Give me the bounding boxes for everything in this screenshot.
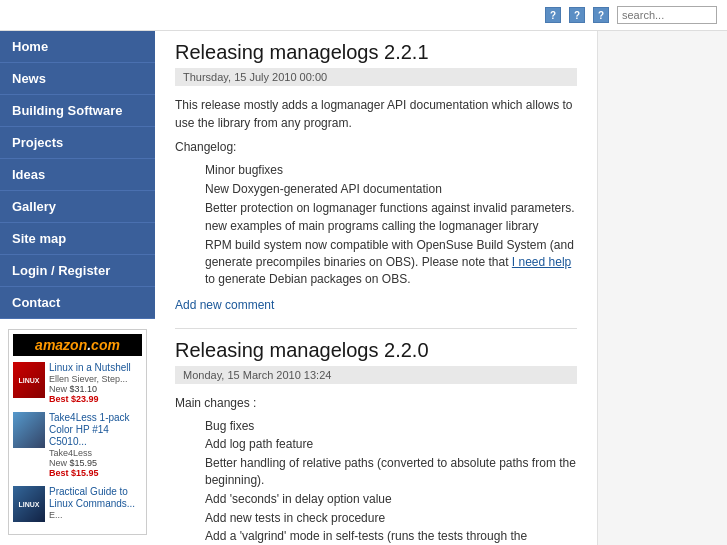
sidebar-item-sitemap[interactable]: Site map bbox=[0, 223, 155, 255]
product-title[interactable]: Linux in a Nutshell bbox=[49, 362, 142, 374]
amazon-box: amazon.com LINUX Linux in a Nutshell Ell… bbox=[8, 329, 147, 535]
sidebar-item-building-software[interactable]: Building Software bbox=[0, 95, 155, 127]
add-comment-link-1[interactable]: Add new comment bbox=[175, 298, 577, 312]
list-item: Better protection on logmanager function… bbox=[205, 200, 577, 217]
article-2: Releasing managelogs 2.2.0 Monday, 15 Ma… bbox=[175, 339, 577, 545]
list-item: Add log path feature bbox=[205, 436, 577, 453]
article-separator bbox=[175, 328, 577, 329]
article-date: Thursday, 15 July 2010 00:00 bbox=[175, 68, 577, 86]
sidebar: Home News Building Software Projects Ide… bbox=[0, 31, 155, 545]
icon-btn-1[interactable]: ? bbox=[545, 7, 561, 23]
product-thumb: LINUX bbox=[13, 362, 45, 398]
need-help-link[interactable]: I need help bbox=[512, 255, 571, 269]
product-new-price: New $31.10 bbox=[49, 384, 142, 394]
list-item: Minor bugfixes bbox=[205, 162, 577, 179]
article-title: Releasing managelogs 2.2.0 bbox=[175, 339, 577, 362]
changelog-list: Bug fixes Add log path feature Better ha… bbox=[175, 418, 577, 545]
product-author: Ellen Siever, Step... bbox=[49, 374, 142, 384]
article-title: Releasing managelogs 2.2.1 bbox=[175, 41, 577, 64]
changelog-list: Minor bugfixes New Doxygen-generated API… bbox=[175, 162, 577, 288]
product-item: Take4Less 1-pack Color HP #14 C5010... T… bbox=[13, 412, 142, 478]
list-item: new examples of main programs calling th… bbox=[205, 218, 577, 235]
sidebar-item-contact[interactable]: Contact bbox=[0, 287, 155, 319]
sidebar-item-login[interactable]: Login / Register bbox=[0, 255, 155, 287]
article-1: Releasing managelogs 2.2.1 Thursday, 15 … bbox=[175, 41, 577, 312]
product-author: Take4Less bbox=[49, 448, 142, 458]
icon-btn-2[interactable]: ? bbox=[569, 7, 585, 23]
product-new-price: New $15.95 bbox=[49, 458, 142, 468]
product-item: LINUX Linux in a Nutshell Ellen Siever, … bbox=[13, 362, 142, 404]
product-title[interactable]: Take4Less 1-pack Color HP #14 C5010... bbox=[49, 412, 142, 448]
top-bar: ? ? ? bbox=[0, 0, 727, 31]
sidebar-item-ideas[interactable]: Ideas bbox=[0, 159, 155, 191]
list-item: Add 'seconds' in delay option value bbox=[205, 491, 577, 508]
right-sidebar bbox=[597, 31, 727, 545]
sidebar-item-gallery[interactable]: Gallery bbox=[0, 191, 155, 223]
sidebar-item-news[interactable]: News bbox=[0, 63, 155, 95]
list-item: RPM build system now compatible with Ope… bbox=[205, 237, 577, 287]
layout: Home News Building Software Projects Ide… bbox=[0, 31, 727, 545]
product-thumb bbox=[13, 412, 45, 448]
icon-btn-3[interactable]: ? bbox=[593, 7, 609, 23]
article-body: Main changes : Bug fixes Add log path fe… bbox=[175, 394, 577, 545]
list-item: New Doxygen-generated API documentation bbox=[205, 181, 577, 198]
product-title[interactable]: Practical Guide to Linux Commands... bbox=[49, 486, 142, 510]
changelog-label: Changelog: bbox=[175, 138, 577, 156]
product-info: Take4Less 1-pack Color HP #14 C5010... T… bbox=[49, 412, 142, 478]
product-info: Linux in a Nutshell Ellen Siever, Step..… bbox=[49, 362, 142, 404]
article-intro: Main changes : bbox=[175, 394, 577, 412]
list-item: Bug fixes bbox=[205, 418, 577, 435]
search-input[interactable] bbox=[617, 6, 717, 24]
product-author: E... bbox=[49, 510, 142, 520]
product-info: Practical Guide to Linux Commands... E..… bbox=[49, 486, 142, 520]
sidebar-item-home[interactable]: Home bbox=[0, 31, 155, 63]
article-intro: This release mostly adds a logmanager AP… bbox=[175, 96, 577, 132]
article-body: This release mostly adds a logmanager AP… bbox=[175, 96, 577, 288]
product-best-price: Best $15.95 bbox=[49, 468, 142, 478]
product-thumb: LINUX bbox=[13, 486, 45, 522]
sidebar-item-projects[interactable]: Projects bbox=[0, 127, 155, 159]
amazon-logo: amazon.com bbox=[13, 334, 142, 356]
article-date: Monday, 15 March 2010 13:24 bbox=[175, 366, 577, 384]
list-item: Add new tests in check procedure bbox=[205, 510, 577, 527]
list-item: Better handling of relative paths (conve… bbox=[205, 455, 577, 489]
main-content: Releasing managelogs 2.2.1 Thursday, 15 … bbox=[155, 31, 597, 545]
list-item: Add a 'valgrind' mode in self-tests (run… bbox=[205, 528, 577, 545]
product-item: LINUX Practical Guide to Linux Commands.… bbox=[13, 486, 142, 522]
product-best-price: Best $23.99 bbox=[49, 394, 142, 404]
